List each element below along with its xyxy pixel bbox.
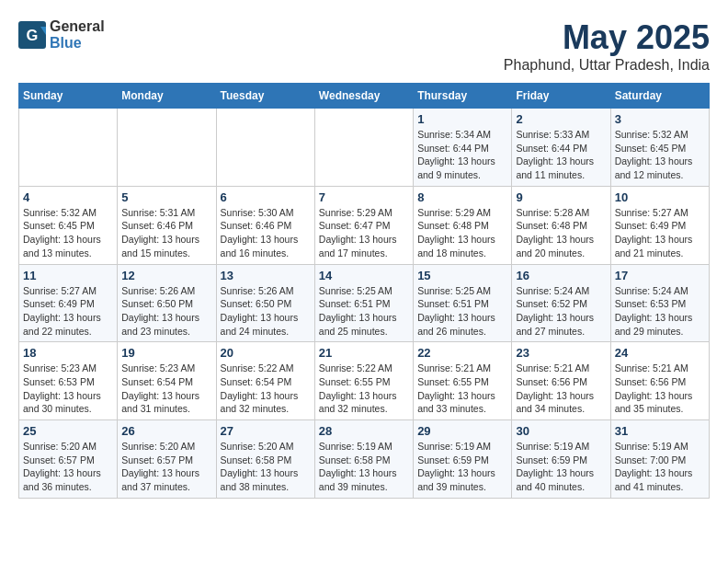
day-cell: 17Sunrise: 5:24 AM Sunset: 6:53 PM Dayli…	[610, 264, 709, 342]
day-number: 31	[615, 424, 705, 438]
day-number: 4	[23, 190, 113, 204]
day-cell	[19, 109, 118, 187]
day-cell: 9Sunrise: 5:28 AM Sunset: 6:48 PM Daylig…	[512, 186, 610, 264]
header-friday: Friday	[512, 84, 610, 109]
day-info: Sunrise: 5:26 AM Sunset: 6:50 PM Dayligh…	[121, 284, 211, 339]
day-info: Sunrise: 5:23 AM Sunset: 6:54 PM Dayligh…	[121, 362, 211, 416]
header-saturday: Saturday	[610, 84, 709, 109]
day-cell: 11Sunrise: 5:27 AM Sunset: 6:49 PM Dayli…	[19, 264, 118, 342]
day-cell: 19Sunrise: 5:23 AM Sunset: 6:54 PM Dayli…	[118, 342, 216, 420]
logo-text: General Blue	[50, 18, 105, 51]
day-cell: 4Sunrise: 5:32 AM Sunset: 6:45 PM Daylig…	[19, 186, 118, 264]
header-sunday: Sunday	[19, 84, 118, 109]
day-cell	[118, 109, 216, 187]
day-cell: 27Sunrise: 5:20 AM Sunset: 6:58 PM Dayli…	[216, 420, 314, 499]
day-number: 7	[319, 190, 409, 204]
day-info: Sunrise: 5:25 AM Sunset: 6:51 PM Dayligh…	[319, 284, 409, 339]
calendar-table: SundayMondayTuesdayWednesdayThursdayFrid…	[18, 83, 710, 499]
day-number: 22	[417, 346, 507, 360]
day-info: Sunrise: 5:32 AM Sunset: 6:45 PM Dayligh…	[615, 128, 705, 182]
day-info: Sunrise: 5:27 AM Sunset: 6:49 PM Dayligh…	[615, 206, 705, 260]
day-number: 16	[516, 269, 606, 282]
page-header: G General Blue May 2025 Phaphund, Uttar …	[18, 18, 710, 74]
day-cell: 2Sunrise: 5:33 AM Sunset: 6:44 PM Daylig…	[512, 109, 610, 187]
week-row-1: 1Sunrise: 5:34 AM Sunset: 6:44 PM Daylig…	[19, 109, 710, 187]
day-info: Sunrise: 5:19 AM Sunset: 7:00 PM Dayligh…	[615, 440, 705, 494]
day-cell: 16Sunrise: 5:24 AM Sunset: 6:52 PM Dayli…	[512, 264, 610, 342]
day-info: Sunrise: 5:30 AM Sunset: 6:46 PM Dayligh…	[221, 206, 311, 260]
logo-icon: G	[18, 21, 46, 49]
day-info: Sunrise: 5:20 AM Sunset: 6:57 PM Dayligh…	[23, 440, 113, 494]
day-number: 21	[319, 346, 409, 360]
day-number: 3	[615, 112, 705, 126]
week-row-2: 4Sunrise: 5:32 AM Sunset: 6:45 PM Daylig…	[19, 186, 710, 264]
day-info: Sunrise: 5:19 AM Sunset: 6:59 PM Dayligh…	[417, 440, 507, 494]
header-tuesday: Tuesday	[216, 84, 314, 109]
day-number: 26	[121, 424, 211, 438]
day-number: 29	[417, 424, 507, 438]
day-number: 25	[23, 424, 113, 438]
day-info: Sunrise: 5:31 AM Sunset: 6:46 PM Dayligh…	[121, 206, 211, 260]
day-cell: 25Sunrise: 5:20 AM Sunset: 6:57 PM Dayli…	[19, 420, 118, 499]
week-row-3: 11Sunrise: 5:27 AM Sunset: 6:49 PM Dayli…	[19, 264, 710, 342]
day-cell: 3Sunrise: 5:32 AM Sunset: 6:45 PM Daylig…	[610, 109, 709, 187]
day-number: 6	[221, 190, 311, 204]
day-info: Sunrise: 5:24 AM Sunset: 6:52 PM Dayligh…	[516, 284, 606, 339]
day-info: Sunrise: 5:25 AM Sunset: 6:51 PM Dayligh…	[417, 284, 507, 339]
logo-blue: Blue	[50, 35, 82, 51]
day-info: Sunrise: 5:28 AM Sunset: 6:48 PM Dayligh…	[516, 206, 606, 260]
day-cell: 30Sunrise: 5:19 AM Sunset: 6:59 PM Dayli…	[512, 420, 610, 499]
day-info: Sunrise: 5:21 AM Sunset: 6:55 PM Dayligh…	[417, 362, 507, 416]
day-cell: 26Sunrise: 5:20 AM Sunset: 6:57 PM Dayli…	[118, 420, 216, 499]
day-cell: 21Sunrise: 5:22 AM Sunset: 6:55 PM Dayli…	[314, 342, 413, 420]
day-cell: 6Sunrise: 5:30 AM Sunset: 6:46 PM Daylig…	[216, 186, 314, 264]
day-info: Sunrise: 5:26 AM Sunset: 6:50 PM Dayligh…	[221, 284, 311, 339]
day-cell	[314, 109, 413, 187]
day-cell: 31Sunrise: 5:19 AM Sunset: 7:00 PM Dayli…	[610, 420, 709, 499]
header-wednesday: Wednesday	[314, 84, 413, 109]
day-number: 8	[417, 190, 507, 204]
day-info: Sunrise: 5:22 AM Sunset: 6:55 PM Dayligh…	[319, 362, 409, 416]
week-row-4: 18Sunrise: 5:23 AM Sunset: 6:53 PM Dayli…	[19, 342, 710, 420]
day-info: Sunrise: 5:21 AM Sunset: 6:56 PM Dayligh…	[516, 362, 606, 416]
day-number: 30	[516, 424, 606, 438]
day-cell: 8Sunrise: 5:29 AM Sunset: 6:48 PM Daylig…	[414, 186, 512, 264]
day-info: Sunrise: 5:34 AM Sunset: 6:44 PM Dayligh…	[417, 128, 507, 182]
logo-general: General	[50, 18, 105, 34]
day-info: Sunrise: 5:22 AM Sunset: 6:54 PM Dayligh…	[221, 362, 311, 416]
day-info: Sunrise: 5:19 AM Sunset: 6:59 PM Dayligh…	[516, 440, 606, 494]
day-cell: 1Sunrise: 5:34 AM Sunset: 6:44 PM Daylig…	[414, 109, 512, 187]
month-title: May 2025	[504, 18, 710, 57]
day-cell: 22Sunrise: 5:21 AM Sunset: 6:55 PM Dayli…	[414, 342, 512, 420]
day-number: 10	[615, 190, 705, 204]
header-monday: Monday	[118, 84, 216, 109]
svg-text:G: G	[27, 27, 39, 43]
day-info: Sunrise: 5:32 AM Sunset: 6:45 PM Dayligh…	[23, 206, 113, 260]
day-number: 1	[417, 112, 507, 126]
day-number: 23	[516, 346, 606, 360]
day-cell: 18Sunrise: 5:23 AM Sunset: 6:53 PM Dayli…	[19, 342, 118, 420]
day-number: 24	[615, 346, 705, 360]
day-number: 2	[516, 112, 606, 126]
day-number: 11	[23, 269, 113, 282]
day-cell	[216, 109, 314, 187]
day-cell: 15Sunrise: 5:25 AM Sunset: 6:51 PM Dayli…	[414, 264, 512, 342]
day-cell: 13Sunrise: 5:26 AM Sunset: 6:50 PM Dayli…	[216, 264, 314, 342]
day-number: 9	[516, 190, 606, 204]
day-info: Sunrise: 5:29 AM Sunset: 6:48 PM Dayligh…	[417, 206, 507, 260]
day-number: 15	[417, 269, 507, 282]
calendar-header-row: SundayMondayTuesdayWednesdayThursdayFrid…	[19, 84, 710, 109]
day-number: 17	[615, 269, 705, 282]
day-cell: 7Sunrise: 5:29 AM Sunset: 6:47 PM Daylig…	[314, 186, 413, 264]
location-title: Phaphund, Uttar Pradesh, India	[504, 57, 710, 74]
week-row-5: 25Sunrise: 5:20 AM Sunset: 6:57 PM Dayli…	[19, 420, 710, 499]
day-info: Sunrise: 5:29 AM Sunset: 6:47 PM Dayligh…	[319, 206, 409, 260]
day-cell: 24Sunrise: 5:21 AM Sunset: 6:56 PM Dayli…	[610, 342, 709, 420]
day-number: 18	[23, 346, 113, 360]
day-info: Sunrise: 5:23 AM Sunset: 6:53 PM Dayligh…	[23, 362, 113, 416]
day-info: Sunrise: 5:33 AM Sunset: 6:44 PM Dayligh…	[516, 128, 606, 182]
header-thursday: Thursday	[414, 84, 512, 109]
day-number: 12	[121, 269, 211, 282]
day-info: Sunrise: 5:27 AM Sunset: 6:49 PM Dayligh…	[23, 284, 113, 339]
day-cell: 5Sunrise: 5:31 AM Sunset: 6:46 PM Daylig…	[118, 186, 216, 264]
